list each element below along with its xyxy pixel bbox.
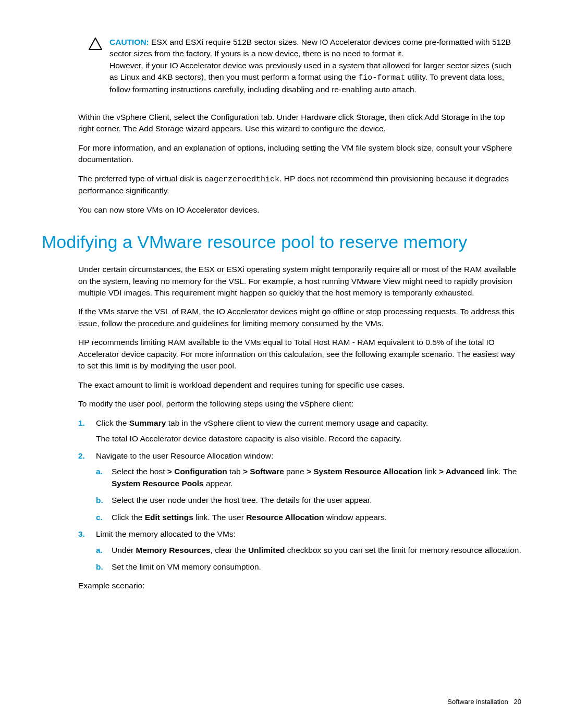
step-1-line2: The total IO Accelerator device datastor…	[96, 433, 521, 445]
step-2c-t3: window appears.	[324, 513, 387, 522]
step-2b-text: Select the user node under the host tree…	[112, 496, 372, 504]
step-2b: b. Select the user node under the host t…	[96, 495, 521, 506]
intro-p4: You can now store VMs on IO Accelerator …	[78, 204, 521, 216]
step-2a-t3: pane	[284, 467, 307, 476]
step-2c-num: c.	[96, 512, 103, 523]
page: CAUTION: ESX and ESXi require 512B secto…	[0, 0, 563, 728]
step-2-sublist: a. Select the host > Configuration tab >…	[96, 466, 521, 523]
section-p1: Under certain circumstances, the ESX or …	[78, 264, 521, 299]
section-body: Under certain circumstances, the ESX or …	[78, 264, 521, 592]
section-p5: To modify the user pool, perform the fol…	[78, 398, 521, 410]
step-1-line1-a: Click the	[96, 418, 129, 427]
caution-block: CAUTION: ESX and ESXi require 512B secto…	[89, 36, 521, 96]
section-p4: The exact amount to limit is workload de…	[78, 379, 521, 391]
step-3a-t1: Under	[112, 546, 136, 554]
section-p6: Example scenario:	[78, 580, 521, 591]
step-2c-b2: Resource Allocation	[246, 513, 324, 522]
step-2a-b5: System Resource Pools	[112, 479, 204, 488]
step-2a-t6: appear.	[204, 479, 233, 488]
caution-paragraph-1: ESX and ESXi require 512B sector sizes. …	[109, 38, 511, 58]
step-2a: a. Select the host > Configuration tab >…	[96, 466, 521, 489]
step-2c-t2: link. The user	[193, 513, 246, 522]
step-3-line1: Limit the memory allocated to the VMs:	[96, 528, 521, 540]
step-2b-num: b.	[96, 495, 103, 506]
step-2-line1: Navigate to the user Resource Allocation…	[96, 450, 521, 462]
step-2a-b3: > System Resource Allocation	[307, 467, 422, 476]
step-2a-t4: link	[422, 467, 439, 476]
step-2a-t5: link. The	[484, 467, 517, 476]
intro-p2: For more information, and an explanation…	[78, 142, 521, 166]
caution-text: CAUTION: ESX and ESXi require 512B secto…	[106, 36, 521, 96]
step-3a-b2: Unlimited	[248, 546, 285, 554]
intro-p3-code: eagerzeroedthick	[204, 175, 279, 184]
steps-list: 1. Click the Summary tab in the vSphere …	[78, 417, 521, 573]
step-1-line1-b: Summary	[129, 418, 166, 427]
caution-label: CAUTION:	[109, 38, 149, 46]
step-2: 2. Navigate to the user Resource Allocat…	[78, 450, 521, 523]
intro-block: Within the vSphere Client, select the Co…	[78, 112, 521, 216]
step-3a-t2: , clear the	[211, 546, 248, 554]
section-p3: HP recommends limiting RAM available to …	[78, 337, 521, 372]
step-3-num: 3.	[78, 528, 85, 540]
step-2c-b1: Edit settings	[145, 513, 193, 522]
intro-p1: Within the vSphere Client, select the Co…	[78, 112, 521, 135]
caution-triangle-icon	[89, 36, 106, 50]
step-1-line1-c: tab in the vSphere client to view the cu…	[166, 418, 428, 427]
section-p2: If the VMs starve the VSL of RAM, the IO…	[78, 306, 521, 329]
step-2c: c. Click the Edit settings link. The use…	[96, 512, 521, 523]
intro-p3: The preferred type of virtual disk is ea…	[78, 173, 521, 197]
caution-code: fio-format	[358, 73, 405, 82]
step-3b-num: b.	[96, 561, 103, 573]
step-3a-num: a.	[96, 545, 103, 556]
step-2c-t1: Click the	[112, 513, 145, 522]
step-1: 1. Click the Summary tab in the vSphere …	[78, 417, 521, 445]
svg-marker-0	[89, 38, 102, 50]
step-2a-num: a.	[96, 466, 103, 477]
step-3b-text: Set the limit on VM memory consumption.	[112, 562, 261, 571]
section-heading: Modifying a VMware resource pool to rese…	[42, 230, 521, 254]
step-3a: a. Under Memory Resources, clear the Unl…	[96, 545, 521, 556]
step-3-sublist: a. Under Memory Resources, clear the Unl…	[96, 545, 521, 573]
step-3a-b1: Memory Resources	[136, 546, 211, 554]
step-2a-t1: Select the host	[112, 467, 167, 476]
step-2a-t2: tab	[227, 467, 243, 476]
step-3b: b. Set the limit on VM memory consumptio…	[96, 561, 521, 573]
step-2-num: 2.	[78, 450, 85, 462]
step-2a-b1: > Configuration	[167, 467, 227, 476]
step-1-line1: Click the Summary tab in the vSphere cli…	[96, 417, 521, 429]
footer-section: Software installation	[447, 698, 508, 706]
step-2a-b4: > Advanced	[439, 467, 484, 476]
step-2a-b2: > Software	[243, 467, 284, 476]
step-3: 3. Limit the memory allocated to the VMs…	[78, 528, 521, 573]
intro-p3-a: The preferred type of virtual disk is	[78, 174, 204, 183]
footer-page-number: 20	[514, 698, 521, 706]
step-3a-t3: checkbox so you can set the limit for me…	[285, 546, 521, 554]
step-1-num: 1.	[78, 417, 85, 429]
page-footer: Software installation 20	[447, 697, 521, 707]
